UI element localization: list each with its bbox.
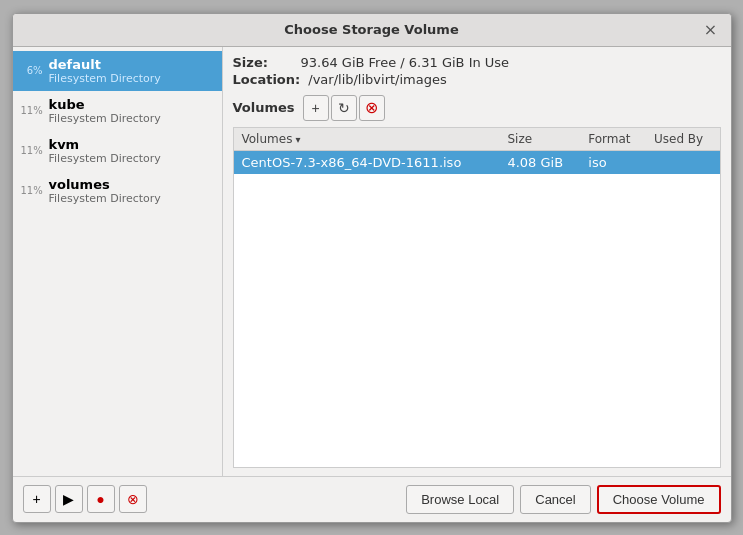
size-label: Size: [233, 55, 293, 70]
storage-type: Filesystem Directory [49, 112, 161, 125]
volumes-toolbar: Volumes + ↻ ⊗ [233, 95, 721, 121]
footer-delete-button[interactable]: ⊗ [119, 485, 147, 513]
titlebar: Choose Storage Volume × [13, 14, 731, 47]
refresh-button[interactable]: ↻ [331, 95, 357, 121]
choose-volume-button[interactable]: Choose Volume [597, 485, 721, 514]
sidebar-item-volumes[interactable]: 11% volumes Filesystem Directory [13, 171, 222, 211]
storage-pct: 6% [21, 65, 43, 76]
add-storage-button[interactable]: + [23, 485, 51, 513]
cancel-button[interactable]: Cancel [520, 485, 590, 514]
col-format: Format [580, 128, 646, 151]
storage-type: Filesystem Directory [49, 72, 161, 85]
col-size: Size [499, 128, 580, 151]
refresh-icon: ↻ [338, 100, 350, 116]
col-volumes[interactable]: Volumes [234, 128, 500, 151]
storage-name: kvm [49, 137, 161, 152]
sidebar-item-kube[interactable]: 11% kube Filesystem Directory [13, 91, 222, 131]
location-row: Location: /var/lib/libvirt/images [233, 72, 721, 87]
volumes-label: Volumes [233, 100, 295, 115]
size-row: Size: 93.64 GiB Free / 6.31 GiB In Use [233, 55, 721, 70]
storage-pct: 11% [21, 185, 43, 196]
start-button[interactable]: ▶ [55, 485, 83, 513]
storage-pct: 11% [21, 105, 43, 116]
dialog-body: 6% default Filesystem Directory 11% kube… [13, 47, 731, 476]
sidebar-item-default[interactable]: 6% default Filesystem Directory [13, 51, 222, 91]
delete-volume-button[interactable]: ⊗ [359, 95, 385, 121]
col-used-by: Used By [646, 128, 720, 151]
location-label: Location: [233, 72, 301, 87]
stop-button[interactable]: ● [87, 485, 115, 513]
close-button[interactable]: × [701, 20, 721, 40]
storage-name: volumes [49, 177, 161, 192]
size-value: 93.64 GiB Free / 6.31 GiB In Use [301, 55, 510, 70]
storage-pct: 11% [21, 145, 43, 156]
volumes-table: Volumes Size Format Used By CentOS-7.3-x… [233, 127, 721, 468]
browse-local-button[interactable]: Browse Local [406, 485, 514, 514]
choose-storage-dialog: Choose Storage Volume × 6% default Files… [12, 13, 732, 523]
dialog-title: Choose Storage Volume [43, 22, 701, 37]
storage-sidebar: 6% default Filesystem Directory 11% kube… [13, 47, 223, 476]
footer-right-buttons: Browse Local Cancel Choose Volume [406, 485, 720, 514]
volume-used-by [646, 150, 720, 174]
table-header-row: Volumes Size Format Used By [234, 128, 720, 151]
volume-name: CentOS-7.3-x86_64-DVD-1611.iso [234, 150, 500, 174]
storage-type: Filesystem Directory [49, 152, 161, 165]
sidebar-item-kvm[interactable]: 11% kvm Filesystem Directory [13, 131, 222, 171]
footer-left-buttons: + ▶ ● ⊗ [23, 485, 147, 513]
table-row[interactable]: CentOS-7.3-x86_64-DVD-1611.iso 4.08 GiB … [234, 150, 720, 174]
dialog-footer: + ▶ ● ⊗ Browse Local Cancel Choose Volum… [13, 476, 731, 522]
main-panel: Size: 93.64 GiB Free / 6.31 GiB In Use L… [223, 47, 731, 476]
storage-name: kube [49, 97, 161, 112]
add-volume-button[interactable]: + [303, 95, 329, 121]
storage-type: Filesystem Directory [49, 192, 161, 205]
location-value: /var/lib/libvirt/images [308, 72, 447, 87]
volume-format: iso [580, 150, 646, 174]
storage-name: default [49, 57, 161, 72]
volume-size: 4.08 GiB [499, 150, 580, 174]
delete-icon: ⊗ [365, 98, 378, 117]
